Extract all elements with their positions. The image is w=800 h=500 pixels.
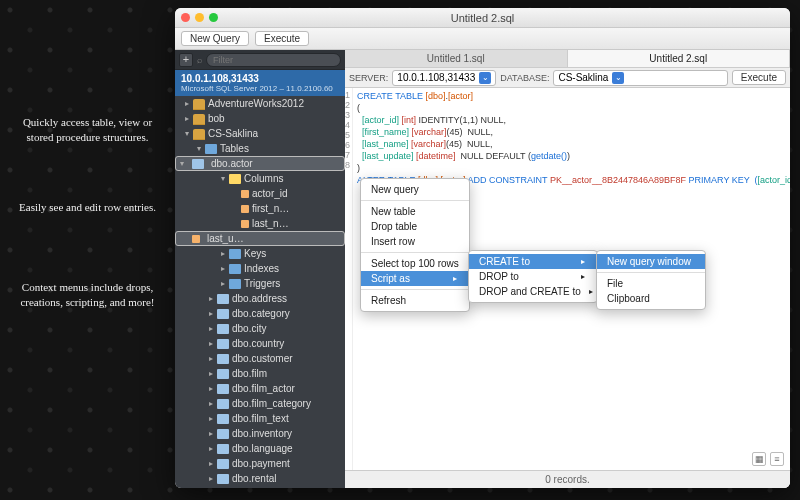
table-node[interactable]: ▸dbo.country <box>175 336 345 351</box>
folder-icon <box>229 279 241 289</box>
add-connection-button[interactable]: + <box>179 53 193 67</box>
table-node[interactable]: ▸dbo.film <box>175 366 345 381</box>
menu-create-to[interactable]: CREATE to <box>469 254 597 269</box>
table-node[interactable]: ▸dbo.language <box>175 441 345 456</box>
menu-new-query-window[interactable]: New query window <box>597 254 705 269</box>
minimize-icon[interactable] <box>195 13 204 22</box>
folder-label: Tables <box>220 143 249 154</box>
table-node[interactable]: ▸dbo.customer <box>175 351 345 366</box>
table-node[interactable]: ▸dbo.rental <box>175 471 345 486</box>
execute-query-button[interactable]: Execute <box>732 70 786 85</box>
column-node[interactable]: actor_id <box>175 186 345 201</box>
table-icon <box>217 399 229 409</box>
server-host: 10.0.1.108,31433 <box>181 73 339 84</box>
server-select[interactable]: 10.0.1.108,31433⌄ <box>392 70 496 86</box>
table-icon <box>217 354 229 364</box>
menu-new-table[interactable]: New table <box>361 204 469 219</box>
table-node-actor[interactable]: ▾dbo.actor <box>175 156 345 171</box>
table-icon <box>217 294 229 304</box>
database-label: DATABASE: <box>500 73 549 83</box>
table-icon <box>217 444 229 454</box>
status-bar: 0 records. <box>345 470 790 488</box>
table-node[interactable]: ▸dbo.film_actor <box>175 381 345 396</box>
menu-new-query[interactable]: New query <box>361 182 469 197</box>
titlebar[interactable]: Untitled 2.sql <box>175 8 790 28</box>
menu-drop-create-to[interactable]: DROP and CREATE to <box>469 284 597 299</box>
table-icon <box>217 324 229 334</box>
tables-folder[interactable]: ▾Tables <box>175 141 345 156</box>
filter-input[interactable] <box>206 53 341 67</box>
folder-open-icon <box>229 174 241 184</box>
db-label: AdventureWorks2012 <box>208 98 304 109</box>
column-node[interactable]: last_n… <box>175 216 345 231</box>
table-label: dbo.film_text <box>232 413 289 424</box>
menu-insert-row[interactable]: Insert row <box>361 234 469 249</box>
new-query-button[interactable]: New Query <box>181 31 249 46</box>
window-title: Untitled 2.sql <box>175 12 790 24</box>
key-icon <box>241 190 249 198</box>
menu-select-top-100[interactable]: Select top 100 rows <box>361 256 469 271</box>
chevron-down-icon: ⌄ <box>612 72 624 84</box>
menu-clipboard[interactable]: Clipboard <box>597 291 705 306</box>
server-version: Microsoft SQL Server 2012 – 11.0.2100.60 <box>181 84 339 93</box>
table-node[interactable]: ▸dbo.staff <box>175 486 345 488</box>
table-label: dbo.category <box>232 308 290 319</box>
table-label: dbo.rental <box>232 473 276 484</box>
folder-label: Columns <box>244 173 283 184</box>
connection-row: SERVER: 10.0.1.108,31433⌄ DATABASE: CS-S… <box>345 68 790 88</box>
table-label: dbo.payment <box>232 458 290 469</box>
folder-label: Keys <box>244 248 266 259</box>
menu-refresh[interactable]: Refresh <box>361 293 469 308</box>
folder-label: Indexes <box>244 263 279 274</box>
menu-script-as[interactable]: Script as <box>361 271 469 286</box>
sidebar: + ⌕ 10.0.1.108,31433 Microsoft SQL Serve… <box>175 50 345 488</box>
table-icon <box>217 474 229 484</box>
database-value: CS-Saklina <box>558 72 608 83</box>
db-node[interactable]: ▸bob <box>175 111 345 126</box>
execute-button[interactable]: Execute <box>255 31 309 46</box>
triggers-folder[interactable]: ▸Triggers <box>175 276 345 291</box>
table-node[interactable]: ▸dbo.inventory <box>175 426 345 441</box>
column-label: first_n… <box>252 203 289 214</box>
close-icon[interactable] <box>181 13 190 22</box>
menu-drop-table[interactable]: Drop table <box>361 219 469 234</box>
table-label: dbo.inventory <box>232 428 292 439</box>
indexes-folder[interactable]: ▸Indexes <box>175 261 345 276</box>
server-label: SERVER: <box>349 73 388 83</box>
editor-tabs: Untitled 1.sql Untitled 2.sql <box>345 50 790 68</box>
tab-untitled-2[interactable]: Untitled 2.sql <box>568 50 791 67</box>
keys-folder[interactable]: ▸Keys <box>175 246 345 261</box>
text-view-icon[interactable]: ≡ <box>770 452 784 466</box>
table-node[interactable]: ▸dbo.film_category <box>175 396 345 411</box>
table-label: dbo.film <box>232 368 267 379</box>
app-window: Untitled 2.sql New Query Execute + ⌕ 10.… <box>175 8 790 488</box>
table-node[interactable]: ▸dbo.category <box>175 306 345 321</box>
table-label: dbo.film_category <box>232 398 311 409</box>
table-icon <box>217 414 229 424</box>
server-node[interactable]: 10.0.1.108,31433 Microsoft SQL Server 20… <box>175 70 345 96</box>
columns-folder[interactable]: ▾Columns <box>175 171 345 186</box>
table-node[interactable]: ▸dbo.payment <box>175 456 345 471</box>
promo-text-2: Easily see and edit row entries. <box>10 200 165 215</box>
folder-icon <box>229 249 241 259</box>
tab-untitled-1[interactable]: Untitled 1.sql <box>345 50 568 67</box>
menu-file[interactable]: File <box>597 276 705 291</box>
database-select[interactable]: CS-Saklina⌄ <box>553 70 727 86</box>
object-tree[interactable]: 10.0.1.108,31433 Microsoft SQL Server 20… <box>175 70 345 488</box>
table-node[interactable]: ▸dbo.address <box>175 291 345 306</box>
column-node[interactable]: first_n… <box>175 201 345 216</box>
table-label: dbo.country <box>232 338 284 349</box>
db-label: bob <box>208 113 225 124</box>
table-node[interactable]: ▸dbo.city <box>175 321 345 336</box>
folder-label: Triggers <box>244 278 280 289</box>
table-icon <box>217 369 229 379</box>
grid-view-icon[interactable]: ▦ <box>752 452 766 466</box>
db-node[interactable]: ▸AdventureWorks2012 <box>175 96 345 111</box>
column-icon <box>241 205 249 213</box>
zoom-icon[interactable] <box>209 13 218 22</box>
column-label: last_u… <box>207 233 244 244</box>
db-node[interactable]: ▾CS-Saklina <box>175 126 345 141</box>
menu-drop-to[interactable]: DROP to <box>469 269 597 284</box>
table-node[interactable]: ▸dbo.film_text <box>175 411 345 426</box>
column-node[interactable]: last_u… <box>175 231 345 246</box>
